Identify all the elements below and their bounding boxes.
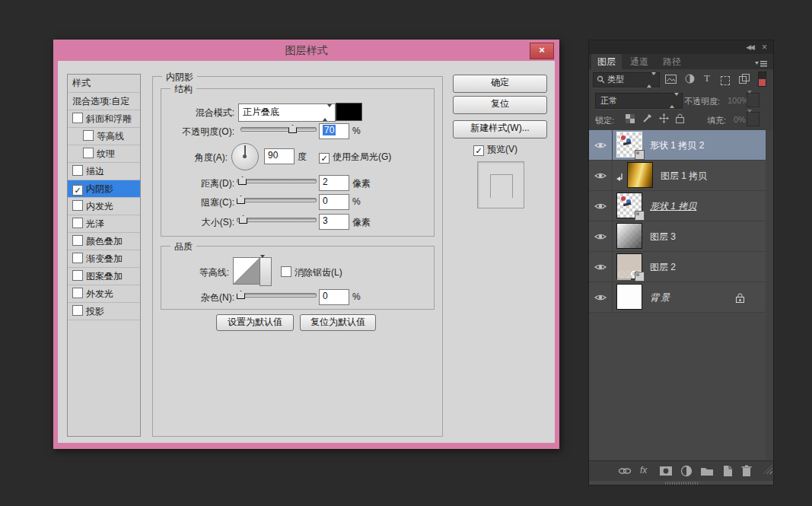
checkbox[interactable] bbox=[72, 113, 83, 123]
choke-input[interactable]: 0 bbox=[319, 194, 349, 210]
eye-icon[interactable] bbox=[594, 171, 607, 180]
lock-transparency-icon[interactable] bbox=[626, 113, 635, 126]
styles-item-color-overlay[interactable]: 颜色叠加 bbox=[68, 233, 140, 250]
blend-mode-select[interactable]: 正片叠底 bbox=[238, 103, 336, 122]
checkbox[interactable] bbox=[83, 130, 94, 141]
checkbox[interactable] bbox=[72, 165, 83, 176]
styles-item-texture[interactable]: 纹理 bbox=[68, 145, 140, 163]
eye-icon[interactable] bbox=[594, 263, 607, 272]
link-layers-icon[interactable] bbox=[618, 465, 632, 477]
preview-checkbox[interactable]: ✓预览(V) bbox=[473, 143, 517, 156]
noise-slider[interactable] bbox=[237, 289, 317, 300]
distance-slider[interactable] bbox=[237, 175, 317, 186]
tab-channels[interactable]: 通道 bbox=[624, 54, 654, 69]
checkbox[interactable] bbox=[72, 218, 83, 228]
layer-thumbnail[interactable] bbox=[616, 284, 642, 310]
layer-name[interactable]: 图层 2 bbox=[650, 261, 676, 274]
adjustment-layer-icon[interactable] bbox=[680, 465, 693, 477]
layer-name[interactable]: 形状 1 拷贝 2 bbox=[650, 139, 704, 152]
styles-item-gradient-overlay[interactable]: 渐变叠加 bbox=[68, 250, 140, 268]
lock-pixels-icon[interactable] bbox=[642, 113, 652, 126]
checkbox[interactable] bbox=[72, 235, 83, 246]
layer-name[interactable]: 背景 bbox=[650, 291, 671, 304]
set-default-button[interactable]: 设置为默认值 bbox=[216, 314, 294, 331]
blend-mode-select[interactable]: 正常 bbox=[595, 93, 683, 109]
layer-row[interactable]: 图层 3 bbox=[589, 221, 773, 252]
panel-menu-icon[interactable] bbox=[755, 59, 767, 69]
filter-pixel-layers-icon[interactable] bbox=[665, 73, 677, 87]
shadow-color-swatch[interactable] bbox=[336, 103, 362, 121]
layer-row[interactable]: 图层 1 拷贝 bbox=[589, 161, 773, 191]
checkbox[interactable] bbox=[83, 148, 94, 158]
eye-icon[interactable] bbox=[594, 232, 607, 241]
layer-thumbnail[interactable] bbox=[616, 253, 642, 279]
tab-layers[interactable]: 图层 bbox=[591, 54, 622, 69]
checkbox[interactable] bbox=[72, 270, 83, 281]
contour-dropdown-arrow[interactable] bbox=[260, 257, 272, 286]
styles-item-stroke[interactable]: 描边 bbox=[68, 163, 140, 180]
angle-dial[interactable] bbox=[231, 143, 259, 170]
filter-kind-select[interactable]: 类型 bbox=[593, 72, 660, 88]
opacity-value[interactable]: 100% bbox=[728, 96, 749, 105]
checkbox[interactable] bbox=[72, 253, 83, 263]
collapse-panel-icon[interactable]: ◀◀ bbox=[746, 43, 753, 51]
new-style-button[interactable]: 新建样式(W)... bbox=[453, 120, 547, 138]
size-slider[interactable] bbox=[237, 214, 317, 224]
layer-name[interactable]: 图层 3 bbox=[650, 231, 676, 243]
size-input[interactable]: 3 bbox=[319, 214, 349, 230]
close-panel-icon[interactable]: × bbox=[762, 42, 767, 53]
layer-thumbnail[interactable] bbox=[616, 193, 642, 218]
layer-row[interactable]: 图层 2 bbox=[589, 252, 773, 282]
checkbox[interactable]: ✓ bbox=[72, 185, 83, 196]
styles-item-inner-glow[interactable]: 内发光 bbox=[68, 198, 140, 215]
eye-icon[interactable] bbox=[594, 202, 607, 211]
opacity-slider-thumb[interactable] bbox=[288, 125, 297, 133]
checkbox[interactable] bbox=[72, 288, 83, 298]
filter-smart-objects-icon[interactable] bbox=[739, 73, 750, 87]
styles-item-outer-glow[interactable]: 外发光 bbox=[68, 285, 140, 303]
tab-paths[interactable]: 路径 bbox=[657, 54, 687, 69]
distance-slider-thumb[interactable] bbox=[238, 177, 247, 185]
styles-item-blending-options[interactable]: 混合选项:自定 bbox=[68, 93, 140, 110]
styles-item-drop-shadow[interactable]: 投影 bbox=[68, 303, 140, 320]
distance-input[interactable]: 2 bbox=[319, 175, 349, 191]
size-slider-thumb[interactable] bbox=[239, 215, 247, 224]
reset-default-button[interactable]: 复位为默认值 bbox=[300, 314, 376, 331]
add-mask-icon[interactable] bbox=[659, 465, 673, 477]
styles-item-bevel-emboss[interactable]: 斜面和浮雕 bbox=[68, 110, 140, 128]
close-button[interactable]: × bbox=[530, 43, 554, 59]
filter-type-layers-icon[interactable]: T bbox=[704, 72, 710, 84]
styles-item-inner-shadow[interactable]: ✓内阴影 bbox=[68, 180, 140, 198]
opacity-input[interactable]: 70 bbox=[319, 123, 349, 139]
noise-input[interactable]: 0 bbox=[319, 289, 349, 305]
layer-row[interactable]: 形状 1 拷贝 2 bbox=[589, 130, 773, 161]
scrollbar-gutter[interactable] bbox=[766, 130, 773, 460]
fill-value[interactable]: 0% bbox=[734, 115, 746, 124]
delete-layer-icon[interactable] bbox=[741, 465, 752, 477]
checkbox[interactable] bbox=[72, 200, 83, 211]
layer-name[interactable]: 形状 1 拷贝 bbox=[650, 200, 696, 213]
noise-slider-thumb[interactable] bbox=[237, 291, 245, 299]
styles-item-satin[interactable]: 光泽 bbox=[68, 215, 140, 233]
layer-thumbnail[interactable] bbox=[616, 132, 642, 158]
opacity-slider[interactable] bbox=[240, 123, 317, 134]
eye-icon[interactable] bbox=[594, 293, 607, 302]
new-layer-icon[interactable] bbox=[721, 465, 734, 477]
reset-button[interactable]: 复位 bbox=[453, 96, 547, 114]
panel-drag-handle[interactable] bbox=[665, 482, 699, 485]
layer-thumbnail[interactable] bbox=[616, 223, 642, 249]
eye-icon[interactable] bbox=[594, 141, 607, 150]
filter-shape-layers-icon[interactable] bbox=[721, 75, 730, 88]
styles-item-contour[interactable]: 等高线 bbox=[68, 128, 140, 145]
checkbox[interactable] bbox=[72, 305, 83, 316]
lock-all-icon[interactable] bbox=[676, 113, 684, 126]
layer-row[interactable]: 背景 bbox=[589, 282, 773, 313]
layer-row[interactable]: 形状 1 拷贝 bbox=[589, 191, 773, 221]
choke-slider[interactable] bbox=[237, 194, 317, 205]
choke-slider-thumb[interactable] bbox=[237, 196, 245, 204]
layer-name[interactable]: 图层 1 拷贝 bbox=[661, 170, 707, 183]
filter-toggle-switch[interactable] bbox=[758, 72, 766, 90]
filter-adjustment-layers-icon[interactable] bbox=[685, 73, 695, 87]
contour-picker[interactable] bbox=[233, 257, 260, 285]
new-group-icon[interactable] bbox=[700, 465, 714, 477]
